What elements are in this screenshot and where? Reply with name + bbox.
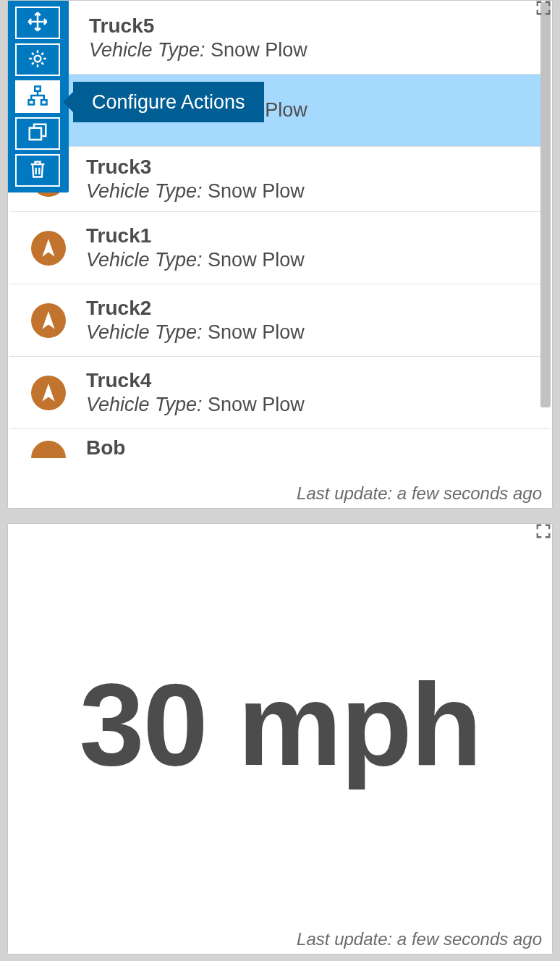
expand-button[interactable] (533, 0, 553, 20)
move-button[interactable] (15, 7, 60, 39)
vehicle-list: Truck5 Vehicle Type: Snow Plow Vehicle T… (9, 2, 551, 480)
scrollbar[interactable] (540, 2, 551, 451)
last-update-label: Last update: a few seconds ago (297, 929, 542, 949)
item-subtitle: Vehicle Type: Snow Plow (89, 39, 540, 62)
gear-icon (27, 48, 48, 72)
speed-value: 30 mph (79, 657, 480, 792)
expand-button[interactable] (533, 522, 553, 543)
delete-button[interactable] (15, 154, 60, 187)
item-title: Truck1 (86, 224, 540, 247)
tooltip: Configure Actions (73, 82, 264, 122)
configure-actions-button[interactable] (15, 80, 60, 113)
vehicle-arrow-icon (31, 303, 66, 338)
list-item[interactable]: Truck1 Vehicle Type: Snow Plow (9, 212, 551, 284)
move-icon (27, 11, 48, 35)
svg-rect-2 (29, 100, 35, 104)
tooltip-label: Configure Actions (92, 91, 245, 114)
vehicle-arrow-icon (31, 376, 66, 410)
item-subtitle: Vehicle Type: Snow Plow (86, 321, 540, 344)
expand-icon (535, 0, 551, 19)
vehicle-list-panel: Configure Actions Truck5 Vehicle Type: S… (7, 0, 553, 509)
item-subtitle: Vehicle Type: Snow Plow (86, 180, 540, 203)
sitemap-icon (27, 85, 48, 109)
item-title: Truck2 (86, 297, 540, 320)
item-title: Truck3 (86, 156, 540, 179)
list-item[interactable]: Truck3 Vehicle Type: Snow Plow (9, 147, 551, 212)
settings-button[interactable] (15, 43, 60, 76)
expand-icon (535, 523, 551, 542)
widget-toolbar (8, 1, 69, 192)
item-title: Truck4 (86, 369, 540, 392)
item-subtitle: Vehicle Type: Snow Plow (86, 249, 540, 271)
list-item[interactable]: Truck4 Vehicle Type: Snow Plow (9, 357, 551, 429)
list-item[interactable]: Truck5 Vehicle Type: Snow Plow (9, 2, 551, 75)
vehicle-arrow-icon (31, 231, 66, 266)
last-update-label: Last update: a few seconds ago (297, 483, 542, 504)
trash-icon (27, 158, 48, 183)
speed-panel: 30 mph Last update: a few seconds ago (7, 523, 553, 954)
item-title: Bob (86, 436, 540, 460)
svg-rect-4 (30, 127, 41, 139)
scrollbar-thumb[interactable] (540, 2, 551, 407)
svg-rect-3 (41, 100, 47, 104)
svg-rect-1 (35, 86, 41, 90)
vehicle-arrow-icon (31, 441, 66, 458)
list-item[interactable]: Bob (9, 429, 551, 468)
item-title: Truck5 (89, 14, 540, 38)
speed-display: 30 mph (8, 524, 552, 925)
svg-point-0 (35, 55, 41, 62)
copy-icon (27, 122, 48, 146)
duplicate-button[interactable] (15, 117, 60, 150)
list-item[interactable]: Truck2 Vehicle Type: Snow Plow (9, 284, 551, 357)
item-subtitle: Vehicle Type: Snow Plow (86, 394, 540, 416)
